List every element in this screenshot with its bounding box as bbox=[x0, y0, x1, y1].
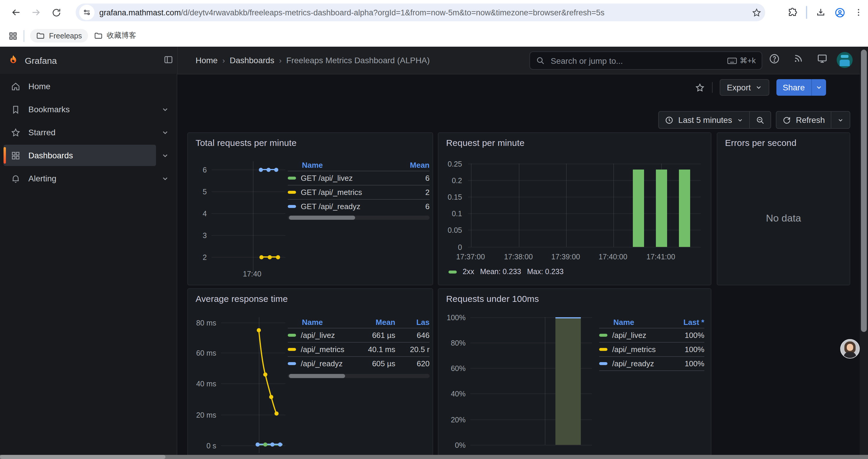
y-tick: 60% bbox=[441, 364, 466, 373]
share-button[interactable]: Share bbox=[776, 79, 811, 96]
floating-profile-avatar[interactable] bbox=[840, 339, 860, 359]
legend-series-name[interactable]: 2xx bbox=[463, 268, 474, 276]
vertical-scrollbar-thumb[interactable] bbox=[861, 50, 867, 332]
refresh-button[interactable]: Refresh bbox=[776, 112, 831, 128]
x-tick: 17:41:00 bbox=[646, 253, 675, 261]
y-tick: 20% bbox=[441, 416, 466, 424]
zoom-out-icon bbox=[756, 116, 765, 124]
legend-scrollbar[interactable] bbox=[288, 216, 430, 220]
column-header-name[interactable]: Name bbox=[302, 160, 394, 169]
legend-scrollbar[interactable] bbox=[288, 374, 430, 378]
legend-row[interactable]: GET /api/_metrics 2 bbox=[288, 185, 430, 199]
bookmark-label: Freeleaps bbox=[49, 32, 82, 40]
y-tick: 0% bbox=[441, 441, 466, 450]
column-header-name[interactable]: Name bbox=[302, 318, 359, 326]
dashboards-grid-icon bbox=[11, 150, 21, 160]
chevron-down-icon[interactable] bbox=[161, 152, 169, 159]
chevron-down-icon[interactable] bbox=[161, 174, 169, 182]
chevron-down-icon[interactable] bbox=[161, 105, 169, 113]
horizontal-scrollbar-thumb[interactable] bbox=[0, 455, 165, 459]
legend-row[interactable]: GET /api/_livez 6 bbox=[288, 171, 430, 185]
legend-row[interactable]: GET /api/_readyz 6 bbox=[288, 199, 430, 213]
star-dashboard-icon[interactable] bbox=[695, 83, 705, 93]
y-tick: 6 bbox=[193, 166, 207, 174]
column-header-last[interactable]: Las bbox=[395, 318, 430, 326]
reload-icon[interactable] bbox=[46, 2, 66, 23]
browser-actions bbox=[787, 0, 863, 25]
site-settings-icon[interactable] bbox=[79, 5, 95, 20]
url-bar[interactable]: grafana.mathmast.com/d/deytv4rwavabkb/fr… bbox=[75, 4, 765, 21]
sidebar-item-dashboards[interactable]: Dashboards bbox=[4, 145, 156, 166]
breadcrumb-home[interactable]: Home bbox=[195, 56, 218, 65]
legend-row[interactable]: /api/_readyz 100% bbox=[599, 356, 704, 371]
chevron-down-icon bbox=[755, 84, 762, 91]
bar-2xx[interactable] bbox=[679, 169, 690, 247]
download-icon[interactable] bbox=[815, 7, 826, 18]
y-tick: 5 bbox=[193, 188, 207, 196]
bookmark-folder-freeleaps[interactable]: Freeleaps bbox=[30, 29, 88, 42]
bookmark-star-icon[interactable] bbox=[752, 7, 762, 18]
back-icon[interactable] bbox=[6, 2, 26, 23]
x-tick: 17:38:00 bbox=[504, 253, 533, 261]
no-data-label: No data bbox=[717, 213, 850, 225]
legend-max: Max: 0.233 bbox=[527, 268, 564, 276]
zoom-out-button[interactable] bbox=[749, 112, 771, 128]
refresh-icon bbox=[782, 116, 791, 124]
column-header-name[interactable]: Name bbox=[613, 318, 674, 326]
column-header-mean[interactable]: Mean bbox=[394, 160, 430, 169]
sidebar-item-alerting[interactable]: Alerting bbox=[4, 168, 156, 189]
legend-row[interactable]: /api/_metrics 100% bbox=[599, 342, 704, 356]
panel-title[interactable]: Total requests per minute bbox=[195, 138, 297, 148]
panel-title[interactable]: Request per minute bbox=[446, 138, 524, 148]
x-tick: 17:40:00 bbox=[598, 253, 627, 261]
legend-row[interactable]: /api/_metrics 40.1 ms 20.5 r bbox=[288, 342, 430, 356]
panel-legend: 2xx Mean: 0.233 Max: 0.233 bbox=[448, 268, 564, 276]
keyboard-icon bbox=[727, 57, 737, 64]
sidebar-item-starred[interactable]: Starred bbox=[4, 122, 156, 143]
collapse-sidebar-icon[interactable] bbox=[163, 54, 174, 65]
time-range-group: Last 5 minutes bbox=[658, 111, 771, 129]
legend-row[interactable]: /api/_livez 100% bbox=[599, 328, 704, 342]
y-tick: 0.25 bbox=[441, 160, 462, 168]
menu-kebab-icon[interactable] bbox=[854, 8, 863, 17]
extensions-icon[interactable] bbox=[787, 7, 798, 18]
legend-header: Name Mean Las bbox=[288, 316, 430, 328]
search-input[interactable] bbox=[550, 55, 723, 66]
legend-row[interactable]: /api/_livez 661 µs 646 bbox=[288, 328, 430, 342]
series-color-pill bbox=[288, 348, 296, 351]
kiosk-monitor-icon[interactable] bbox=[816, 53, 828, 64]
toolbar-separator bbox=[806, 6, 807, 19]
column-header-last[interactable]: Last * bbox=[674, 318, 704, 326]
chevron-down-icon bbox=[837, 117, 844, 123]
chevron-down-icon[interactable] bbox=[161, 129, 169, 136]
profile-icon[interactable] bbox=[834, 7, 845, 18]
grafana-brand[interactable]: Grafana bbox=[7, 47, 57, 74]
time-range-picker[interactable]: Last 5 minutes bbox=[659, 112, 749, 128]
horizontal-scrollbar-track[interactable] bbox=[0, 455, 868, 459]
series-color-pill bbox=[288, 362, 296, 365]
breadcrumb-dashboards[interactable]: Dashboards bbox=[229, 56, 274, 65]
apps-grid-icon[interactable] bbox=[8, 31, 18, 40]
export-button[interactable]: Export bbox=[720, 79, 769, 96]
bookmark-folder-blogs[interactable]: 收藏博客 bbox=[88, 28, 142, 43]
sidebar-item-label: Starred bbox=[28, 128, 56, 137]
forward-icon[interactable] bbox=[26, 2, 46, 23]
bar-2xx[interactable] bbox=[656, 169, 667, 247]
panel-title[interactable]: Requests under 100ms bbox=[446, 294, 539, 304]
sidebar-item-bookmarks[interactable]: Bookmarks bbox=[4, 99, 156, 120]
bar-2xx[interactable] bbox=[633, 169, 644, 247]
area-fill-100pct[interactable] bbox=[555, 317, 581, 445]
help-icon[interactable] bbox=[769, 53, 780, 64]
legend-row[interactable]: /api/_readyz 605 µs 620 bbox=[288, 356, 430, 370]
news-rss-icon[interactable] bbox=[793, 53, 804, 64]
sidebar-item-home[interactable]: Home bbox=[4, 76, 156, 97]
refresh-interval-chevron[interactable] bbox=[831, 112, 850, 128]
search-box[interactable]: ⌘+k bbox=[529, 52, 762, 70]
user-avatar[interactable] bbox=[837, 52, 852, 68]
panel-title[interactable]: Errors per second bbox=[725, 138, 797, 148]
x-tick: 17:40 bbox=[243, 270, 261, 278]
bookmark-icon bbox=[11, 104, 21, 114]
column-header-mean[interactable]: Mean bbox=[359, 318, 395, 326]
refresh-group: Refresh bbox=[776, 111, 850, 129]
share-menu-chevron[interactable] bbox=[811, 79, 826, 96]
